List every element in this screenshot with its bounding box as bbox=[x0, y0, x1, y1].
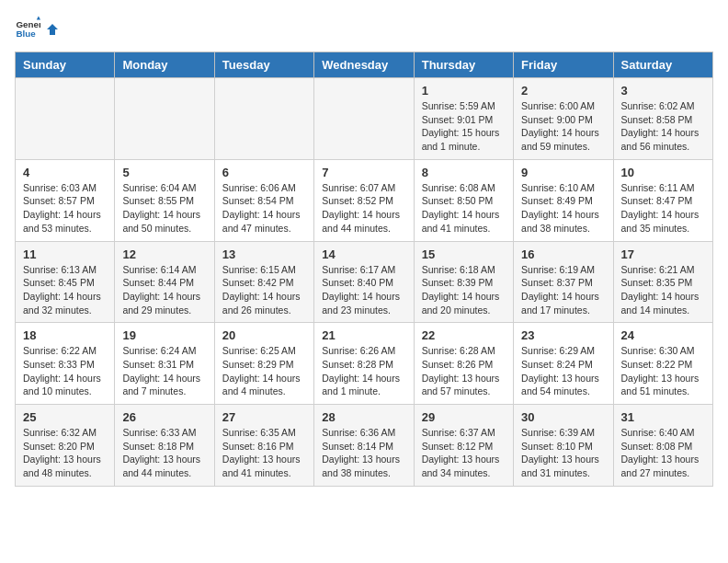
day-number: 28 bbox=[322, 410, 405, 424]
day-number: 5 bbox=[122, 166, 206, 179]
day-info: Sunrise: 6:28 AM Sunset: 8:26 PM Dayligh… bbox=[422, 344, 506, 398]
day-info: Sunrise: 6:17 AM Sunset: 8:40 PM Dayligh… bbox=[322, 263, 405, 317]
calendar-cell: 6Sunrise: 6:06 AM Sunset: 8:54 PM Daylig… bbox=[214, 159, 313, 241]
day-number: 11 bbox=[23, 247, 107, 261]
day-info: Sunrise: 6:25 AM Sunset: 8:29 PM Dayligh… bbox=[222, 344, 306, 398]
calendar-cell: 3Sunrise: 6:02 AM Sunset: 8:58 PM Daylig… bbox=[613, 78, 712, 160]
day-info: Sunrise: 6:18 AM Sunset: 8:39 PM Dayligh… bbox=[422, 263, 506, 317]
calendar-week-row: 11Sunrise: 6:13 AM Sunset: 8:45 PM Dayli… bbox=[16, 241, 713, 323]
day-number: 24 bbox=[621, 328, 705, 342]
calendar-cell: 15Sunrise: 6:18 AM Sunset: 8:39 PM Dayli… bbox=[414, 241, 513, 323]
day-info: Sunrise: 6:26 AM Sunset: 8:28 PM Dayligh… bbox=[322, 344, 405, 398]
day-info: Sunrise: 6:29 AM Sunset: 8:24 PM Dayligh… bbox=[521, 344, 605, 398]
calendar-cell: 19Sunrise: 6:24 AM Sunset: 8:31 PM Dayli… bbox=[115, 323, 214, 405]
day-number: 15 bbox=[422, 247, 506, 261]
calendar-cell: 10Sunrise: 6:11 AM Sunset: 8:47 PM Dayli… bbox=[613, 159, 712, 241]
calendar-cell: 28Sunrise: 6:36 AM Sunset: 8:14 PM Dayli… bbox=[314, 405, 414, 487]
day-info: Sunrise: 6:07 AM Sunset: 8:52 PM Dayligh… bbox=[322, 181, 405, 236]
day-info: Sunrise: 6:02 AM Sunset: 8:58 PM Dayligh… bbox=[621, 99, 705, 154]
day-number: 26 bbox=[122, 410, 206, 424]
svg-marker-2 bbox=[37, 16, 40, 19]
day-number: 27 bbox=[222, 410, 306, 424]
day-info: Sunrise: 6:33 AM Sunset: 8:18 PM Dayligh… bbox=[122, 426, 206, 480]
day-info: Sunrise: 6:03 AM Sunset: 8:57 PM Dayligh… bbox=[23, 181, 107, 236]
day-number: 17 bbox=[621, 247, 705, 261]
day-number: 7 bbox=[322, 166, 405, 179]
day-info: Sunrise: 6:32 AM Sunset: 8:20 PM Dayligh… bbox=[23, 426, 107, 480]
header-cell-saturday: Saturday bbox=[613, 52, 712, 78]
day-info: Sunrise: 6:10 AM Sunset: 8:49 PM Dayligh… bbox=[521, 181, 605, 236]
calendar-cell bbox=[16, 78, 115, 160]
day-info: Sunrise: 6:36 AM Sunset: 8:14 PM Dayligh… bbox=[322, 426, 405, 480]
calendar-week-row: 1Sunrise: 5:59 AM Sunset: 9:01 PM Daylig… bbox=[16, 78, 713, 160]
header-cell-thursday: Thursday bbox=[414, 52, 513, 78]
day-number: 9 bbox=[521, 166, 605, 179]
calendar-cell: 13Sunrise: 6:15 AM Sunset: 8:42 PM Dayli… bbox=[214, 241, 313, 323]
day-info: Sunrise: 6:11 AM Sunset: 8:47 PM Dayligh… bbox=[621, 181, 705, 236]
day-info: Sunrise: 6:06 AM Sunset: 8:54 PM Dayligh… bbox=[222, 181, 306, 236]
day-info: Sunrise: 6:19 AM Sunset: 8:37 PM Dayligh… bbox=[521, 263, 605, 317]
day-info: Sunrise: 6:08 AM Sunset: 8:50 PM Dayligh… bbox=[422, 181, 506, 236]
day-number: 21 bbox=[322, 328, 405, 342]
day-info: Sunrise: 6:14 AM Sunset: 8:44 PM Dayligh… bbox=[122, 263, 206, 317]
calendar-cell: 20Sunrise: 6:25 AM Sunset: 8:29 PM Dayli… bbox=[214, 323, 313, 405]
day-info: Sunrise: 6:15 AM Sunset: 8:42 PM Dayligh… bbox=[222, 263, 306, 317]
header-cell-monday: Monday bbox=[115, 52, 214, 78]
header-cell-friday: Friday bbox=[514, 52, 613, 78]
logo: General Blue bbox=[15, 15, 61, 40]
day-info: Sunrise: 6:30 AM Sunset: 8:22 PM Dayligh… bbox=[621, 344, 705, 398]
calendar-cell: 30Sunrise: 6:39 AM Sunset: 8:10 PM Dayli… bbox=[514, 405, 613, 487]
calendar-cell: 29Sunrise: 6:37 AM Sunset: 8:12 PM Dayli… bbox=[414, 405, 513, 487]
day-number: 30 bbox=[521, 410, 605, 424]
header-cell-tuesday: Tuesday bbox=[214, 52, 313, 78]
day-number: 4 bbox=[23, 166, 107, 179]
logo-arrow-icon bbox=[45, 22, 60, 37]
day-info: Sunrise: 6:40 AM Sunset: 8:08 PM Dayligh… bbox=[621, 426, 705, 480]
calendar-week-row: 25Sunrise: 6:32 AM Sunset: 8:20 PM Dayli… bbox=[16, 405, 713, 487]
day-info: Sunrise: 6:24 AM Sunset: 8:31 PM Dayligh… bbox=[122, 344, 206, 398]
day-number: 23 bbox=[521, 328, 605, 342]
day-number: 6 bbox=[222, 166, 306, 179]
calendar-cell bbox=[214, 78, 313, 160]
calendar-cell: 12Sunrise: 6:14 AM Sunset: 8:44 PM Dayli… bbox=[115, 241, 214, 323]
calendar-table: SundayMondayTuesdayWednesdayThursdayFrid… bbox=[15, 52, 713, 487]
day-info: Sunrise: 6:13 AM Sunset: 8:45 PM Dayligh… bbox=[23, 263, 107, 317]
calendar-cell: 4Sunrise: 6:03 AM Sunset: 8:57 PM Daylig… bbox=[16, 159, 115, 241]
svg-text:Blue: Blue bbox=[16, 29, 36, 39]
calendar-cell: 8Sunrise: 6:08 AM Sunset: 8:50 PM Daylig… bbox=[414, 159, 513, 241]
day-number: 2 bbox=[521, 84, 605, 98]
day-number: 8 bbox=[422, 166, 506, 179]
day-number: 19 bbox=[122, 328, 206, 342]
calendar-cell bbox=[115, 78, 214, 160]
calendar-cell bbox=[314, 78, 414, 160]
calendar-cell: 26Sunrise: 6:33 AM Sunset: 8:18 PM Dayli… bbox=[115, 405, 214, 487]
day-info: Sunrise: 6:37 AM Sunset: 8:12 PM Dayligh… bbox=[422, 426, 506, 480]
day-number: 25 bbox=[23, 410, 107, 424]
day-info: Sunrise: 6:35 AM Sunset: 8:16 PM Dayligh… bbox=[222, 426, 306, 480]
day-info: Sunrise: 6:00 AM Sunset: 9:00 PM Dayligh… bbox=[521, 99, 605, 154]
header-cell-wednesday: Wednesday bbox=[314, 52, 414, 78]
day-number: 13 bbox=[222, 247, 306, 261]
svg-marker-3 bbox=[47, 24, 58, 35]
day-info: Sunrise: 6:21 AM Sunset: 8:35 PM Dayligh… bbox=[621, 263, 705, 317]
calendar-cell: 5Sunrise: 6:04 AM Sunset: 8:55 PM Daylig… bbox=[115, 159, 214, 241]
day-info: Sunrise: 6:04 AM Sunset: 8:55 PM Dayligh… bbox=[122, 181, 206, 236]
day-info: Sunrise: 5:59 AM Sunset: 9:01 PM Dayligh… bbox=[422, 99, 506, 154]
calendar-cell: 16Sunrise: 6:19 AM Sunset: 8:37 PM Dayli… bbox=[514, 241, 613, 323]
calendar-cell: 2Sunrise: 6:00 AM Sunset: 9:00 PM Daylig… bbox=[514, 78, 613, 160]
day-number: 31 bbox=[621, 410, 705, 424]
calendar-week-row: 18Sunrise: 6:22 AM Sunset: 8:33 PM Dayli… bbox=[16, 323, 713, 405]
calendar-cell: 7Sunrise: 6:07 AM Sunset: 8:52 PM Daylig… bbox=[314, 159, 414, 241]
header-cell-sunday: Sunday bbox=[16, 52, 115, 78]
day-number: 20 bbox=[222, 328, 306, 342]
calendar-cell: 27Sunrise: 6:35 AM Sunset: 8:16 PM Dayli… bbox=[214, 405, 313, 487]
day-number: 18 bbox=[23, 328, 107, 342]
day-number: 3 bbox=[621, 84, 705, 98]
calendar-cell: 9Sunrise: 6:10 AM Sunset: 8:49 PM Daylig… bbox=[514, 159, 613, 241]
calendar-week-row: 4Sunrise: 6:03 AM Sunset: 8:57 PM Daylig… bbox=[16, 159, 713, 241]
calendar-cell: 1Sunrise: 5:59 AM Sunset: 9:01 PM Daylig… bbox=[414, 78, 513, 160]
calendar-cell: 31Sunrise: 6:40 AM Sunset: 8:08 PM Dayli… bbox=[613, 405, 712, 487]
day-number: 1 bbox=[422, 84, 506, 98]
calendar-header-row: SundayMondayTuesdayWednesdayThursdayFrid… bbox=[16, 52, 713, 78]
calendar-cell: 24Sunrise: 6:30 AM Sunset: 8:22 PM Dayli… bbox=[613, 323, 712, 405]
